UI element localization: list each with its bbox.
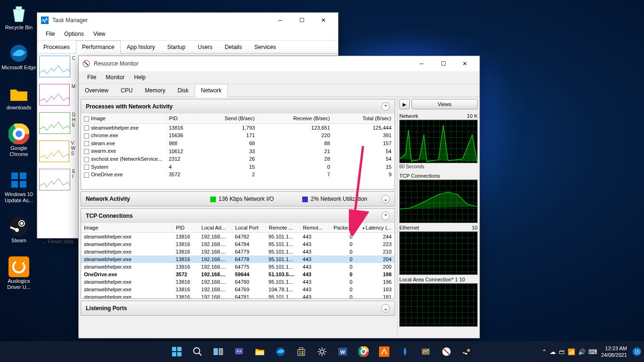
taskbar-edge-icon[interactable] xyxy=(271,342,290,361)
tm-mini-graph[interactable] xyxy=(39,169,70,190)
tab-network[interactable]: Network xyxy=(195,84,228,97)
maximize-button[interactable]: ☐ xyxy=(432,56,454,71)
tcp-row[interactable]: steamwebhelper.exe13816192.168....647829… xyxy=(81,233,395,241)
desktop-icon-downloads[interactable]: downloads xyxy=(0,80,38,114)
network-activity-header[interactable]: Network Activity 136 Kbps Network I/O 2%… xyxy=(81,192,395,206)
process-row[interactable]: OneDrive.exe3572279 xyxy=(81,171,395,179)
onedrive-tray-icon[interactable]: ☁ xyxy=(550,348,556,355)
taskbar-resmon-icon[interactable] xyxy=(437,342,456,361)
taskbar-chrome-icon[interactable] xyxy=(354,342,373,361)
tab-processes[interactable]: Processes xyxy=(37,41,76,53)
taskbar-steam-icon[interactable] xyxy=(458,342,477,361)
system-tray[interactable]: ⌃ ☁ 🗃 📶 🔊 ⌨ xyxy=(542,348,597,355)
nav-right-button[interactable]: ▶ xyxy=(399,99,410,109)
taskbar-store-icon[interactable] xyxy=(292,342,311,361)
process-row[interactable]: steamwebhelper.exe138161,793123,651125,4… xyxy=(81,123,395,132)
battery-tray-icon[interactable]: 🗃 xyxy=(559,348,565,355)
col-header[interactable]: Total (B/sec) xyxy=(333,114,394,123)
language-tray-icon[interactable]: ⌨ xyxy=(588,348,597,355)
desktop-icon-steam[interactable]: Steam xyxy=(0,213,38,247)
process-row[interactable]: chrome.exe15636171220391 xyxy=(81,132,395,140)
tab-cpu[interactable]: CPU xyxy=(115,84,139,97)
process-row[interactable]: System415015 xyxy=(81,163,395,171)
tcp-row[interactable]: steamwebhelper.exe13816192.168....647691… xyxy=(81,286,395,293)
notification-badge[interactable]: 15 xyxy=(633,347,641,356)
tab-users[interactable]: Users xyxy=(191,41,218,53)
tm-mini-graph[interactable] xyxy=(39,56,70,77)
collapse-icon[interactable]: ⌃ xyxy=(381,212,390,220)
tm-mini-graph[interactable] xyxy=(39,84,70,106)
menu-file[interactable]: File xyxy=(41,28,59,40)
tcp-row[interactable]: steamwebhelper.exe13816192.168....647759… xyxy=(81,263,395,271)
expand-icon[interactable]: ⌄ xyxy=(381,195,390,203)
tray-chevron-icon[interactable]: ⌃ xyxy=(542,348,547,355)
col-header[interactable]: Image xyxy=(81,223,173,233)
col-header[interactable]: Remot... xyxy=(300,223,329,233)
taskmgr-titlebar[interactable]: Task Manager ─ ☐ ✕ xyxy=(37,13,338,28)
col-header[interactable]: Send (B/sec) xyxy=(194,114,258,123)
menu-view[interactable]: View xyxy=(89,28,110,40)
col-header[interactable]: Receive (B/sec) xyxy=(258,114,333,123)
col-header[interactable]: PID xyxy=(166,114,194,123)
tab-performance[interactable]: Performance xyxy=(76,41,121,54)
desktop-icon-edge[interactable]: Microsoft Edge xyxy=(0,40,38,74)
close-button[interactable]: ✕ xyxy=(454,56,476,71)
listening-ports-header[interactable]: Listening Ports ⌄ xyxy=(81,301,395,315)
tcp-row[interactable]: steamwebhelper.exe13816192.168....647799… xyxy=(81,248,395,255)
tcp-row[interactable]: steamwebhelper.exe13816192.168....647849… xyxy=(81,240,395,248)
minimize-button[interactable]: ─ xyxy=(411,56,432,71)
taskbar-settings-icon[interactable] xyxy=(313,342,331,361)
col-header[interactable]: Image xyxy=(81,114,166,123)
desktop-icon-win10-update[interactable]: Windows 10 Update As... xyxy=(0,167,38,206)
process-row[interactable]: swarm.exe10612332154 xyxy=(81,147,395,155)
taskbar-search-icon[interactable] xyxy=(188,342,207,361)
taskbar-start-icon[interactable] xyxy=(167,342,186,361)
tab-overview[interactable]: Overview xyxy=(79,84,115,97)
tab-app-history[interactable]: App history xyxy=(121,41,161,53)
views-button[interactable]: Views xyxy=(412,99,478,109)
expand-icon[interactable]: ⌄ xyxy=(381,304,390,313)
close-button[interactable]: ✕ xyxy=(313,13,334,28)
volume-tray-icon[interactable]: 🔊 xyxy=(578,348,586,355)
tcp-row[interactable]: steamwebhelper.exe13816192.168....647809… xyxy=(81,278,395,286)
taskbar-taskview-icon[interactable] xyxy=(209,342,228,361)
tab-services[interactable]: Services xyxy=(248,41,282,53)
taskbar-word-icon[interactable]: W xyxy=(333,342,352,361)
tab-disk[interactable]: Disk xyxy=(172,84,195,97)
process-row[interactable]: svchost.exe (NetworkService...2312262854 xyxy=(81,155,395,163)
desktop-icon-auslogics[interactable]: Auslogics Driver U... xyxy=(0,254,38,293)
taskbar-app2-icon[interactable] xyxy=(396,342,414,361)
tcp-panel-header[interactable]: TCP Connections ⌃ xyxy=(81,209,395,223)
collapse-icon[interactable]: ⌃ xyxy=(381,102,390,111)
menu-file[interactable]: File xyxy=(83,71,101,83)
col-header[interactable]: ▾ Latency (... xyxy=(355,223,395,233)
col-header[interactable]: PID xyxy=(173,223,198,233)
tab-details[interactable]: Details xyxy=(219,41,248,53)
wifi-tray-icon[interactable]: 📶 xyxy=(568,348,575,355)
taskbar-app1-icon[interactable] xyxy=(375,342,394,361)
processes-panel-header[interactable]: Processes with Network Activity ⌃ xyxy=(81,99,395,114)
col-header[interactable]: Remote ... xyxy=(266,223,300,233)
col-header[interactable]: Local Ad... xyxy=(198,223,232,233)
desktop-icon-recycle-bin[interactable]: Recycle Bin xyxy=(0,0,38,33)
tab-memory[interactable]: Memory xyxy=(139,84,171,97)
taskbar-app3-icon[interactable] xyxy=(416,342,435,361)
col-header[interactable]: Packe... xyxy=(329,223,355,233)
col-header[interactable]: Local Port xyxy=(232,223,265,233)
minimize-button[interactable]: ─ xyxy=(269,13,291,28)
resmon-titlebar[interactable]: Resource Monitor ─ ☐ ✕ xyxy=(79,56,479,71)
tab-startup[interactable]: Startup xyxy=(161,41,192,53)
taskbar-chat-icon[interactable] xyxy=(230,342,248,361)
taskbar-explorer-icon[interactable] xyxy=(250,342,269,361)
process-row[interactable]: steam.exe9886888157 xyxy=(81,140,395,148)
menu-help[interactable]: Help xyxy=(129,71,150,83)
taskbar-clock[interactable]: 12:23 AM 24/08/2021 xyxy=(601,345,629,359)
tcp-row[interactable]: OneDrive.exe3572192.168....5964451.103.5… xyxy=(81,271,395,278)
tm-mini-graph[interactable] xyxy=(39,140,69,162)
desktop-icon-chrome[interactable]: Google Chrome xyxy=(0,121,38,160)
menu-monitor[interactable]: Monitor xyxy=(101,71,129,83)
tm-mini-graph[interactable] xyxy=(39,112,70,134)
menu-options[interactable]: Options xyxy=(59,28,88,40)
tcp-row[interactable]: steamwebhelper.exe13816192.168....647819… xyxy=(81,293,395,298)
maximize-button[interactable]: ☐ xyxy=(291,13,313,28)
